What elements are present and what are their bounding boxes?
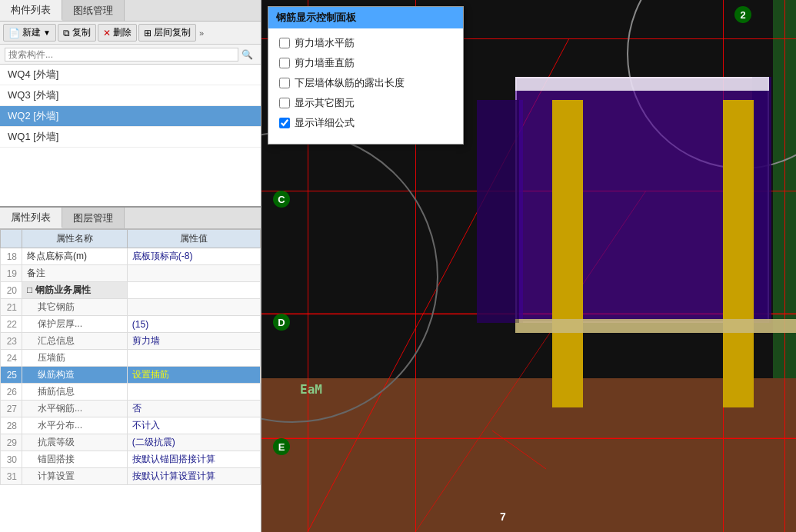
col-num [1, 230, 22, 248]
component-item[interactable]: WQ3 [外墙] [0, 85, 261, 106]
col-name-header: 属性名称 [22, 230, 128, 248]
prop-row-num: 22 [1, 316, 22, 333]
tab-component-list[interactable]: 构件列表 [0, 0, 62, 21]
grid-label-e: E [273, 438, 290, 455]
prop-row-num: 29 [1, 434, 22, 451]
checkbox-label: 显示其它图元 [295, 96, 355, 110]
prop-value: 不计入 [127, 417, 260, 434]
prop-row-num: 21 [1, 299, 22, 316]
prop-row-num: 24 [1, 350, 22, 367]
left-panel: 构件列表 图纸管理 📄 新建 ▼ ⧉ 复制 ✕ 删除 ⊞ 层间复制 » [0, 0, 261, 532]
checkbox-row: 下层墙体纵筋的露出长度 [279, 76, 452, 90]
delete-icon: ✕ [103, 28, 111, 38]
prop-value [127, 299, 260, 316]
prop-value [127, 282, 260, 299]
new-button[interactable]: 📄 新建 ▼ [3, 24, 56, 42]
prop-value [127, 350, 260, 367]
prop-row-num: 18 [1, 248, 22, 265]
prop-name: 备注 [22, 265, 128, 282]
component-item[interactable]: WQ4 [外墙] [0, 65, 261, 85]
checkbox-row: 剪力墙水平筋 [279, 36, 452, 50]
floating-panel-header[interactable]: 钢筋显示控制面板 [268, 7, 463, 28]
grid-label-2: 2 [734, 6, 751, 23]
prop-value: 否 [127, 401, 260, 417]
prop-row-num: 27 [1, 401, 22, 417]
more-button[interactable]: » [199, 28, 204, 38]
grid-label-7: 7 [500, 510, 506, 523]
property-section: 属性列表 图层管理 属性名称 属性值 18终点底标高(m)底板顶标高(-8)19… [0, 208, 261, 532]
prop-value: 底板顶标高(-8) [127, 248, 260, 265]
prop-row-num: 20 [1, 282, 22, 299]
prop-value [127, 265, 260, 282]
delete-button[interactable]: ✕ 删除 [98, 24, 137, 42]
new-dropdown-icon: ▼ [43, 28, 51, 37]
component-list: WQ4 [外墙]WQ3 [外墙]WQ2 [外墙]WQ1 [外墙] [0, 65, 261, 206]
prop-name: 纵筋构造 [22, 367, 128, 384]
checkbox-row: 剪力墙垂直筋 [279, 56, 452, 70]
checkbox-label: 剪力墙垂直筋 [295, 56, 355, 70]
prop-value: (二级抗震) [127, 434, 260, 451]
property-table: 属性名称 属性值 18终点底标高(m)底板顶标高(-8)19备注20□ 钢筋业务… [0, 229, 261, 532]
tab-drawing-management[interactable]: 图纸管理 [62, 0, 125, 21]
component-item[interactable]: WQ1 [外墙] [0, 127, 261, 148]
prop-name: 锚固搭接 [22, 451, 128, 468]
search-input[interactable] [5, 48, 238, 62]
panel-checkbox[interactable] [279, 78, 290, 88]
panel-checkbox[interactable] [279, 98, 290, 108]
prop-name: 抗震等级 [22, 434, 128, 451]
panel-checkbox[interactable] [279, 118, 290, 128]
prop-name: 其它钢筋 [22, 299, 128, 316]
col-value-header: 属性值 [127, 230, 260, 248]
prop-name: 终点底标高(m) [22, 248, 128, 265]
beam-top [515, 77, 769, 91]
prop-value: 设置插筋 [127, 367, 260, 384]
prop-name: 计算设置 [22, 468, 128, 485]
building-shadow [477, 100, 519, 323]
prop-value: 按默认计算设置计算 [127, 468, 260, 485]
panel-checkbox[interactable] [279, 58, 290, 68]
checkbox-row: 显示详细公式 [279, 116, 452, 130]
prop-name: 水平分布... [22, 417, 128, 434]
component-toolbar: 📄 新建 ▼ ⧉ 复制 ✕ 删除 ⊞ 层间复制 » [0, 22, 261, 45]
checkbox-label: 显示详细公式 [295, 116, 355, 130]
beam-h [515, 319, 796, 333]
property-tab-bar: 属性列表 图层管理 [0, 208, 261, 229]
prop-row-num: 26 [1, 384, 22, 401]
copy-button[interactable]: ⧉ 复制 [58, 24, 96, 42]
component-item[interactable]: WQ2 [外墙] [0, 106, 261, 127]
prop-name: □ 钢筋业务属性 [22, 282, 128, 299]
prop-name: 水平钢筋... [22, 401, 128, 417]
tab-layer-management[interactable]: 图层管理 [62, 208, 125, 228]
pillar-1 [552, 100, 583, 407]
prop-row-num: 30 [1, 451, 22, 468]
prop-value [127, 384, 260, 401]
floor-copy-icon: ⊞ [144, 28, 152, 38]
floating-panel-body: 剪力墙水平筋剪力墙垂直筋下层墙体纵筋的露出长度显示其它图元显示详细公式 [268, 28, 463, 144]
eam-text: EaM [300, 382, 322, 397]
wall-right [752, 77, 771, 323]
floor-copy-button[interactable]: ⊞ 层间复制 [138, 24, 196, 42]
search-bar: 🔍 [0, 45, 261, 65]
grid-label-d: D [273, 314, 290, 331]
tab-property-list[interactable]: 属性列表 [0, 208, 62, 228]
floating-panel: 钢筋显示控制面板 剪力墙水平筋剪力墙垂直筋下层墙体纵筋的露出长度显示其它图元显示… [268, 6, 464, 145]
prop-name: 保护层厚... [22, 316, 128, 333]
copy-icon: ⧉ [63, 28, 70, 38]
search-icon: 🔍 [238, 48, 256, 62]
component-section: 构件列表 图纸管理 📄 新建 ▼ ⧉ 复制 ✕ 删除 ⊞ 层间复制 » [0, 0, 261, 208]
new-icon: 📄 [8, 28, 20, 38]
prop-name: 汇总信息 [22, 333, 128, 350]
prop-row-num: 31 [1, 468, 22, 485]
component-tab-bar: 构件列表 图纸管理 [0, 0, 261, 22]
prop-value: 剪力墙 [127, 333, 260, 350]
prop-row-num: 19 [1, 265, 22, 282]
checkbox-label: 剪力墙水平筋 [295, 36, 355, 50]
prop-row-num: 28 [1, 417, 22, 434]
grid-h-4 [261, 438, 796, 439]
prop-name: 压墙筋 [22, 350, 128, 367]
grid-label-c: C [273, 191, 290, 208]
pillar-2 [723, 100, 754, 407]
panel-checkbox[interactable] [279, 38, 290, 48]
prop-name: 插筋信息 [22, 384, 128, 401]
prop-row-num: 23 [1, 333, 22, 350]
